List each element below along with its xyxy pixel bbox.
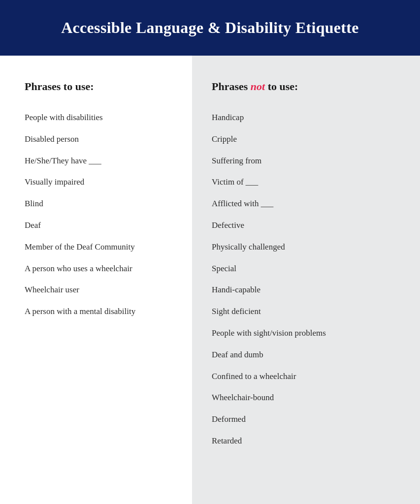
list-item: A person with a mental disability	[25, 301, 172, 322]
heading-end: to use:	[265, 80, 298, 93]
phrases-not-to-use-list: HandicapCrippleSuffering fromVictim of _…	[212, 107, 400, 452]
list-item: He/She/They have ___	[25, 150, 172, 172]
heading-not: not	[251, 80, 265, 93]
phrases-to-use-list: People with disabilitiesDisabled personH…	[25, 107, 172, 322]
left-heading: Phrases to use:	[25, 80, 172, 93]
list-item: Retarded	[212, 430, 400, 452]
list-item: People with sight/vision problems	[212, 322, 400, 344]
list-item: Deaf and dumb	[212, 344, 400, 366]
right-heading: Phrases not to use:	[212, 80, 400, 93]
list-item: Sight deficient	[212, 301, 400, 322]
list-item: Handicap	[212, 107, 400, 128]
list-item: Deformed	[212, 409, 400, 430]
page-title: Accessible Language & Disability Etiquet…	[61, 19, 359, 37]
list-item: Physically challenged	[212, 236, 400, 258]
content-area: Phrases to use: People with disabilities…	[0, 56, 420, 504]
list-item: Handi-capable	[212, 279, 400, 301]
list-item: Visually impaired	[25, 171, 172, 193]
left-column: Phrases to use: People with disabilities…	[0, 56, 192, 504]
card: Accessible Language & Disability Etiquet…	[0, 0, 420, 504]
list-item: Afflicted with ___	[212, 193, 400, 215]
list-item: Suffering from	[212, 150, 400, 172]
list-item: A person who uses a wheelchair	[25, 258, 172, 280]
list-item: Special	[212, 258, 400, 280]
list-item: Disabled person	[25, 128, 172, 150]
list-item: Wheelchair user	[25, 279, 172, 301]
list-item: Deaf	[25, 215, 172, 236]
heading-start: Phrases	[212, 80, 251, 93]
list-item: Cripple	[212, 128, 400, 150]
right-column: Phrases not to use: HandicapCrippleSuffe…	[192, 56, 420, 504]
list-item: Defective	[212, 215, 400, 236]
list-item: People with disabilities	[25, 107, 172, 128]
list-item: Wheelchair-bound	[212, 387, 400, 409]
list-item: Victim of ___	[212, 171, 400, 193]
list-item: Confined to a wheelchair	[212, 366, 400, 387]
list-item: Member of the Deaf Community	[25, 236, 172, 258]
list-item: Blind	[25, 193, 172, 215]
header: Accessible Language & Disability Etiquet…	[0, 0, 420, 56]
